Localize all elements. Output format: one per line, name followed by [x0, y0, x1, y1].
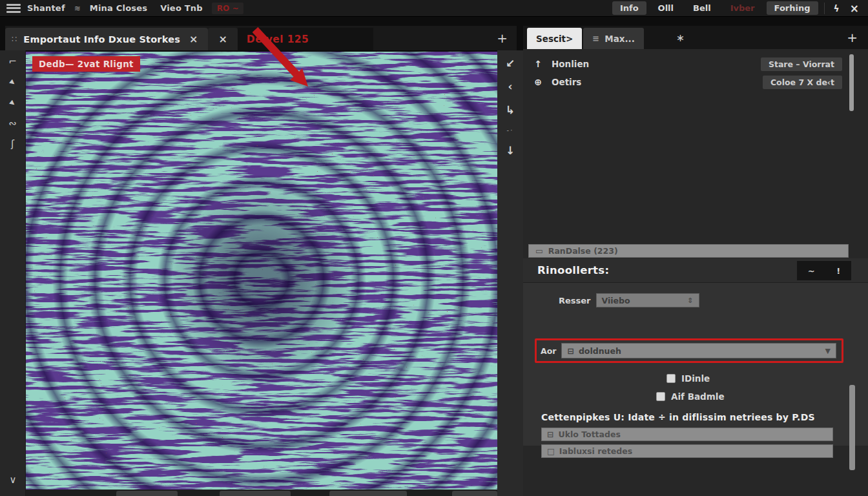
resser-value: Viiebo — [602, 296, 630, 305]
list-icon-2: ⊟ — [547, 429, 553, 439]
add-tab-icon[interactable]: + — [488, 30, 517, 46]
ivber-button[interactable]: Ivber — [723, 1, 763, 15]
aor-row-highlight: Aor ⊟ doldnueh ▼ — [535, 338, 843, 363]
row-oetirs-label: Oetirs — [552, 77, 581, 87]
resser-label: Resser — [559, 296, 591, 305]
bang-icon[interactable]: ! — [836, 266, 840, 276]
randalse-collapsed-bar[interactable]: ▭ RanDalse (223) — [528, 244, 849, 258]
panel-tab-max-label: Max... — [604, 34, 635, 44]
menu-item-mina-closes[interactable]: Mina Closes — [83, 1, 154, 15]
stepper-icon: ⇕ — [687, 296, 693, 305]
tab-delvel[interactable]: Delvel 125 — [238, 28, 373, 50]
panel-menu-icon: ≡ — [592, 34, 599, 43]
hook-tool-icon[interactable]: ʃ — [5, 138, 21, 150]
right-panel: Sescit> ≡ Max... ∗ + ↑ Honlien Stare – V… — [523, 26, 868, 496]
controls-scrollbar-thumb[interactable] — [849, 385, 855, 470]
panel-tabbar: Sescit> ≡ Max... ∗ + — [523, 26, 868, 49]
panel-tab-max[interactable]: ≡ Max... — [583, 28, 644, 49]
grip-icon: ∷ — [12, 34, 17, 44]
menubar: Shantef ≋ Mina Closes Vieo Tnb RO ~ Info… — [0, 0, 868, 17]
dots-icon: -· — [507, 127, 514, 134]
aor-value: doldnueh — [579, 346, 621, 356]
panel-add-icon[interactable]: + — [836, 30, 868, 45]
window-close-icon[interactable]: × — [845, 2, 864, 15]
plus-circle-icon: ⊕ — [532, 77, 544, 87]
record-badge[interactable]: RO ~ — [212, 3, 244, 14]
header-tools: ~ ! — [797, 261, 851, 280]
panel-tab-sescit[interactable]: Sescit> — [527, 28, 582, 49]
coloe-button[interactable]: Coloe 7 X de‹t — [763, 76, 842, 89]
tab-close-icon-2[interactable]: × — [216, 33, 229, 45]
canvas-red-badge: Dedb— 2vat Rlignt — [32, 56, 140, 72]
squiggle-icon[interactable]: ≋ — [72, 4, 83, 13]
idinle-checkbox[interactable] — [666, 374, 676, 383]
aif-badmle-label: Aif Badmle — [671, 391, 725, 402]
idinle-checkbox-row: IDinle — [666, 373, 710, 384]
arrow-sw-icon[interactable]: ↙ — [506, 57, 515, 70]
panel-row-honlien[interactable]: ↑ Honlien Stare – Viorrat — [532, 56, 859, 72]
bottom-stub — [220, 491, 291, 496]
panel-tab-sescit-label: Sescit> — [536, 34, 573, 44]
tab-second-document[interactable]: × — [208, 28, 237, 50]
dropdown-caret-icon: ▼ — [825, 347, 831, 355]
info-button[interactable]: Info — [612, 1, 646, 15]
resser-dropdown[interactable]: Viiebo ⇕ — [596, 293, 699, 307]
tab-delvel-label: Delvel 125 — [247, 34, 309, 45]
panel-scrollbar-thumb[interactable] — [849, 54, 854, 111]
document-tabbar: ∷ Emportaut Info Dxue Storkes × × Delvel… — [5, 26, 517, 50]
rect-icon: ▭ — [535, 246, 543, 256]
chevron-left-icon[interactable]: ‹ — [508, 80, 512, 93]
up-arrow-icon: ↑ — [532, 59, 544, 69]
square-icon: □ — [547, 446, 555, 456]
toolbar-chevron-down-icon[interactable]: ∨ — [0, 474, 26, 486]
bottom-stub — [116, 491, 178, 496]
aor-label: Aor — [541, 346, 556, 356]
stare-viorrat-button[interactable]: Stare – Viorrat — [761, 57, 842, 71]
resser-row: Resser Viiebo ⇕ — [559, 293, 699, 307]
olll-button[interactable]: Olll — [650, 1, 681, 15]
canvas-image[interactable]: Dedb— 2vat Rlignt — [26, 52, 497, 490]
wave-tool-icon[interactable]: ∾ — [5, 118, 21, 129]
idinle-label: IDinle — [681, 373, 710, 384]
aif-badmle-checkbox[interactable] — [656, 392, 665, 401]
menu-item-shantef[interactable]: Shantef — [21, 1, 72, 15]
forhing-button[interactable]: Forhing — [767, 1, 818, 15]
list-icon: ⊟ — [567, 346, 574, 356]
tab-close-icon[interactable]: × — [187, 33, 200, 45]
randalse-label: RanDalse (223) — [548, 246, 618, 256]
direct-select-tool-icon[interactable]: ▸ — [3, 93, 23, 112]
left-toolbar: ⌐ ▸ ▸ ∾ ʃ ∨ — [0, 50, 26, 496]
rinoollerts-header: Rinoollerts: ~ ! — [523, 258, 868, 283]
menu-item-vieo-tnb[interactable]: Vieo Tnb — [154, 1, 209, 15]
bottom-stub — [452, 491, 497, 496]
hamburger-menu-icon[interactable] — [6, 4, 21, 13]
bottom-stub — [329, 491, 407, 496]
tab-main-label: Emportaut Info Dxue Storkes — [23, 34, 180, 45]
arrow-down-icon[interactable]: ↓ — [506, 144, 515, 157]
row-honlien-label: Honlien — [552, 59, 589, 69]
uklo-tottades-button[interactable]: ⊟ Uklo Tottades — [541, 428, 833, 441]
marquee-tool-icon[interactable]: ⌐ — [5, 56, 21, 67]
bell-button[interactable]: Bell — [685, 1, 719, 15]
uklo-tottades-label: Uklo Tottades — [558, 429, 620, 439]
iabluxsi-retedes-button[interactable]: □ Iabluxsi retedes — [541, 444, 833, 458]
tab-main-document[interactable]: ∷ Emportaut Info Dxue Storkes × — [5, 28, 208, 50]
cursor-tool-icon[interactable]: ▸ — [3, 72, 23, 91]
canvas-side-toolbar: ↙ ‹ ↳ -· ↓ — [497, 50, 523, 496]
aor-dropdown[interactable]: ⊟ doldnueh ▼ — [561, 343, 836, 358]
flash-icon[interactable]: ϟ — [829, 3, 845, 14]
menubar-divider — [824, 3, 825, 14]
tilde-icon[interactable]: ~ — [808, 266, 815, 276]
gear-icon[interactable]: ∗ — [676, 32, 685, 44]
controls-section: Resser Viiebo ⇕ Aor ⊟ doldnueh ▼ IDinle … — [523, 283, 868, 446]
rinoollerts-title: Rinoollerts: — [537, 264, 609, 276]
canvas-texture — [26, 52, 497, 490]
panel-row-oetirs[interactable]: ⊕ Oetirs Coloe 7 X de‹t — [532, 74, 859, 90]
iabluxsi-retedes-label: Iabluxsi retedes — [559, 446, 632, 456]
arrow-branch-icon[interactable]: ↳ — [506, 103, 515, 116]
aif-badmle-checkbox-row: Aif Badmle — [656, 391, 725, 402]
bottom-strip — [26, 490, 497, 496]
cettenpipkes-note: Cettenpipkes U: Idate ÷ in diflissim net… — [541, 412, 815, 422]
